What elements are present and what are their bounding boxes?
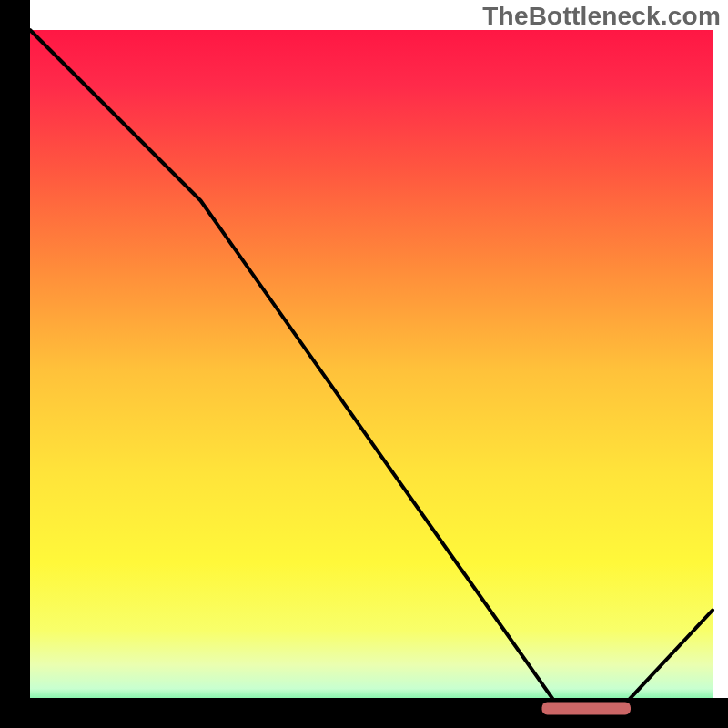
watermark-label: TheBottleneck.com bbox=[482, 2, 721, 31]
axis-left bbox=[0, 0, 30, 728]
chart-frame: TheBottleneck.com bbox=[0, 0, 728, 728]
optimal-range-marker bbox=[542, 703, 632, 715]
bottleneck-chart bbox=[0, 0, 728, 728]
